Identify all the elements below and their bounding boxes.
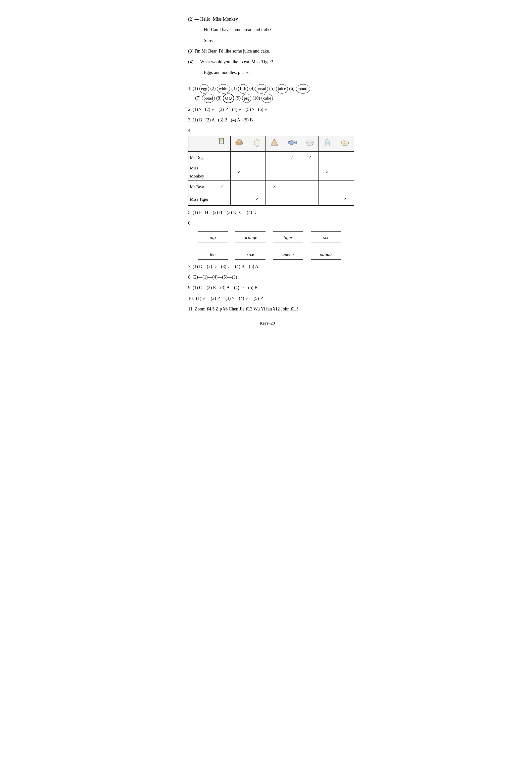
tiger-noodles: ✓ bbox=[336, 193, 354, 206]
monkey-juice bbox=[213, 164, 230, 180]
s1-sep8: (10) bbox=[253, 95, 261, 100]
section7: 7. (1) D (2) D (3) C (4) B (5) A bbox=[188, 262, 346, 271]
section4: 4. bbox=[188, 126, 346, 206]
section8: 8. (2)—(1)—(4)—(5)—(3) bbox=[188, 273, 346, 281]
mrdog-bowl: ✓ bbox=[301, 151, 318, 164]
section3: 3. (1) B (2) A (3) B (4) A (5) B bbox=[188, 116, 346, 124]
rice-top-line bbox=[235, 245, 265, 248]
egg-icon bbox=[253, 138, 260, 147]
s1-sep5: (6) bbox=[289, 86, 296, 91]
tiger-egg: ✓ bbox=[248, 193, 266, 206]
panda-top-line bbox=[311, 245, 341, 248]
s1-sep1: (2) bbox=[210, 86, 217, 91]
section7-content: 7. (1) D (2) D (3) C (4) B (5) A bbox=[188, 264, 258, 269]
section8-label: 8. bbox=[188, 275, 193, 280]
monkey-egg bbox=[248, 164, 266, 180]
monkey-cake bbox=[265, 164, 283, 180]
bowl-icon bbox=[305, 139, 314, 146]
svg-point-19 bbox=[341, 141, 349, 143]
mrdog-fish: ✓ bbox=[283, 151, 301, 164]
row-missmonkey-label: Miss Monkey bbox=[188, 164, 213, 180]
section11-label: 11. bbox=[188, 307, 195, 312]
svg-point-13 bbox=[289, 141, 290, 142]
svg-point-5 bbox=[237, 139, 242, 143]
section1: 1. (1) egg (2) white (3) fish (4)bread (… bbox=[188, 84, 346, 103]
section6-label: 6. bbox=[188, 221, 192, 226]
section8-content: (2)—(1)—(4)—(5)—(3) bbox=[193, 275, 237, 280]
s1-sep4: (5) bbox=[269, 86, 276, 91]
s1-item3: fish bbox=[238, 84, 248, 93]
ten-word: ten bbox=[198, 250, 228, 260]
word-pig: pig bbox=[195, 228, 230, 243]
section11: 11. Zoom ¥4.5 Zip ¥6 Chen Jie ¥13 Wu Yi … bbox=[188, 305, 346, 313]
dialogue-line3: — Sure. bbox=[198, 36, 346, 44]
section9-content: 9. (1) C (2) E (3) A (4) D (5) B bbox=[188, 285, 257, 290]
s1-item2: white bbox=[217, 84, 230, 93]
svg-rect-18 bbox=[326, 142, 329, 143]
word-rice: rice bbox=[233, 245, 268, 260]
tiger-bowl bbox=[301, 193, 318, 206]
six-top-line bbox=[311, 228, 341, 232]
noodles-icon bbox=[340, 138, 350, 146]
dialogue-line1: (2) — Hello! Miss Monkey. bbox=[188, 15, 346, 23]
s1-item1: egg bbox=[199, 84, 209, 93]
dialogue-text6: — Eggs and noodles, please. bbox=[198, 70, 250, 75]
svg-point-10 bbox=[274, 139, 275, 140]
section6-words: pig orange tiger six ten bbox=[195, 228, 346, 260]
fish-icon bbox=[287, 139, 297, 146]
dialogue-text4: (3) I'm Mr Bear. I'd like some juice and… bbox=[188, 48, 270, 54]
queen-word: queen bbox=[273, 250, 303, 260]
header-bowl bbox=[301, 136, 318, 151]
orange-word: orange bbox=[235, 233, 265, 243]
page: (2) — Hello! Miss Monkey. — Hi! Can I ha… bbox=[168, 0, 364, 341]
tiger-cake bbox=[265, 193, 283, 206]
s1-item10: cake bbox=[261, 94, 273, 103]
mrdog-egg bbox=[248, 151, 266, 164]
dialogue-line6: — Eggs and noodles, please. bbox=[198, 68, 346, 76]
six-word: six bbox=[311, 233, 341, 243]
dialogue-text1: (2) — Hello! Miss Monkey. bbox=[188, 17, 239, 22]
bear-noodles bbox=[336, 180, 354, 193]
s1-sep2: (3) bbox=[231, 86, 238, 91]
word-queen: queen bbox=[271, 245, 306, 260]
dialogue-line2: — Hi! Can I have some bread and milk? bbox=[198, 26, 346, 34]
header-juice bbox=[213, 136, 230, 151]
tiger-top-line bbox=[273, 228, 303, 232]
bear-fish bbox=[283, 180, 301, 193]
s1-item6: mouth bbox=[296, 84, 310, 93]
dialogue-line5: (4) — What would you like to eat, Miss T… bbox=[188, 58, 346, 66]
word-panda: panda bbox=[308, 245, 343, 260]
section1-label: 1. (1) bbox=[188, 86, 199, 91]
panda-word: panda bbox=[311, 250, 341, 260]
section6: 6. pig orange tiger six bbox=[188, 219, 346, 260]
word-ten: ten bbox=[195, 245, 230, 260]
table-row-mrbear: Mr Bear ✓ ✓ bbox=[188, 180, 354, 193]
dialogue-text2: — Hi! Can I have some bread and milk? bbox=[198, 27, 272, 32]
section6-row2: ten rice queen panda bbox=[195, 245, 346, 260]
row-mrdog-label: Mr Dog bbox=[188, 151, 213, 164]
tiger-word: tiger bbox=[273, 233, 303, 243]
section10-content: 10. (1) ✓ (2) ✓ (3) × (4) ✓ (5) ✓ bbox=[188, 296, 264, 301]
svg-marker-12 bbox=[295, 141, 297, 144]
s1-row2-indent: (7) bbox=[195, 95, 202, 100]
food-table: Mr Dog ✓ ✓ Miss Monkey ✓ ✓ bbox=[188, 136, 354, 206]
row-mrbear-label: Mr Bear bbox=[188, 180, 213, 193]
pig-word: pig bbox=[198, 233, 228, 243]
bear-juice: ✓ bbox=[213, 180, 230, 193]
section5: 5. (1) F H (2) B (3) E C (4) D bbox=[188, 208, 346, 217]
section3-label: 3. (1) B (2) A (3) B (4) A (5) B bbox=[188, 117, 253, 122]
s1-item4: bread bbox=[255, 84, 268, 93]
section5-label: 5. (1) F H (2) B (3) E C (4) D bbox=[188, 210, 256, 215]
header-fish bbox=[283, 136, 301, 151]
rice-word: rice bbox=[235, 250, 265, 260]
header-empty bbox=[188, 136, 213, 151]
row-misstiger-label: Miss Tiger bbox=[188, 193, 213, 206]
section10: 10. (1) ✓ (2) ✓ (3) × (4) ✓ (5) ✓ bbox=[188, 294, 346, 303]
svg-point-14 bbox=[306, 141, 313, 143]
mrdog-juice bbox=[213, 151, 230, 164]
bear-egg bbox=[248, 180, 266, 193]
bear-milk bbox=[318, 180, 336, 193]
section11-content: Zoom ¥4.5 Zip ¥6 Chen Jie ¥13 Wu Yi fan … bbox=[195, 307, 298, 312]
monkey-fish bbox=[283, 164, 301, 180]
s1-item7: bread bbox=[202, 94, 215, 103]
